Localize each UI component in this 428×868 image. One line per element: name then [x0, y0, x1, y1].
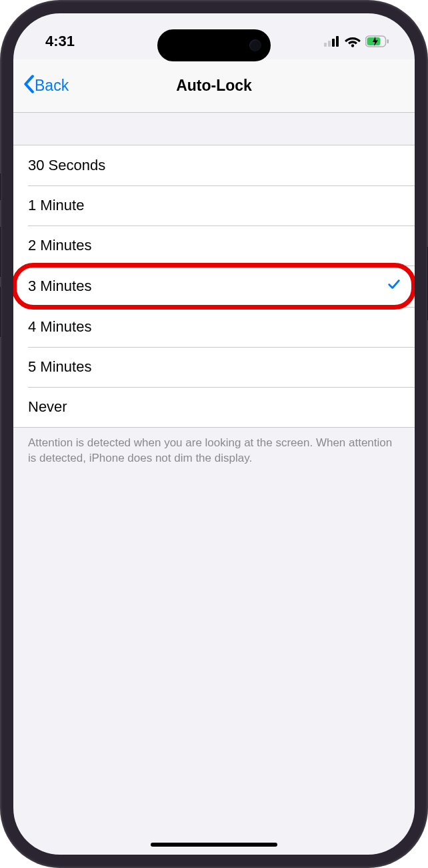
- option-label: 5 Minutes: [28, 358, 91, 376]
- option-label: 1 Minute: [28, 197, 84, 214]
- cellular-signal-icon: [324, 36, 340, 47]
- nav-title: Auto-Lock: [13, 77, 415, 95]
- auto-lock-options-list: 30 Seconds1 Minute2 Minutes3 Minutes4 Mi…: [13, 145, 415, 428]
- auto-lock-option[interactable]: 1 Minute: [13, 185, 415, 226]
- auto-lock-option[interactable]: 30 Seconds: [13, 145, 415, 185]
- wifi-icon: [345, 35, 361, 47]
- status-right: [324, 35, 389, 47]
- auto-lock-option[interactable]: 4 Minutes: [13, 307, 415, 347]
- status-time: 4:31: [45, 33, 75, 50]
- svg-rect-2: [332, 39, 335, 47]
- option-label: Never: [28, 398, 67, 416]
- battery-charging-icon: [365, 35, 389, 47]
- svg-rect-7: [387, 39, 389, 43]
- option-label: 2 Minutes: [28, 237, 91, 254]
- checkmark-icon: [387, 277, 401, 296]
- nav-bar: Back Auto-Lock: [13, 59, 415, 113]
- svg-rect-0: [324, 43, 327, 47]
- svg-point-4: [351, 44, 354, 47]
- footer-note: Attention is detected when you are looki…: [13, 428, 415, 474]
- screen: 4:31 Back Auto-Lock 3: [13, 13, 415, 855]
- svg-rect-1: [328, 41, 331, 47]
- back-label: Back: [35, 77, 69, 95]
- phone-frame: 4:31 Back Auto-Lock 3: [0, 0, 428, 868]
- auto-lock-option[interactable]: 5 Minutes: [13, 347, 415, 387]
- auto-lock-option[interactable]: 2 Minutes: [13, 226, 415, 266]
- option-label: 4 Minutes: [28, 318, 91, 336]
- svg-rect-3: [336, 36, 339, 47]
- back-button[interactable]: Back: [13, 75, 69, 97]
- chevron-left-icon: [23, 75, 35, 97]
- auto-lock-option[interactable]: Never: [13, 387, 415, 427]
- auto-lock-option[interactable]: 3 Minutes: [13, 266, 415, 307]
- option-label: 30 Seconds: [28, 157, 105, 174]
- option-label: 3 Minutes: [28, 278, 91, 295]
- home-indicator[interactable]: [151, 843, 277, 847]
- dynamic-island: [157, 29, 271, 61]
